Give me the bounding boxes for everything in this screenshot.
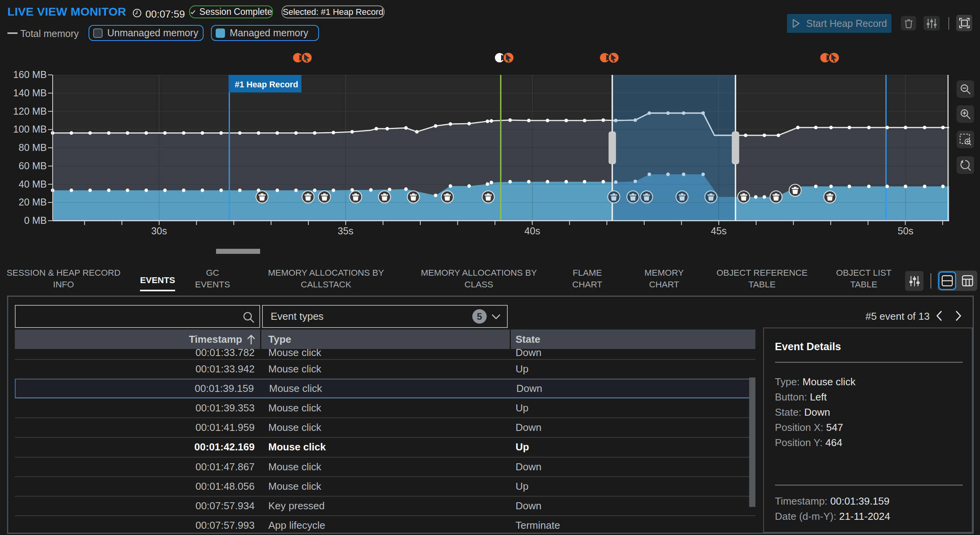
svg-text:60 MB: 60 MB	[19, 160, 47, 171]
svg-text:40 MB: 40 MB	[19, 179, 47, 190]
svg-text:0 MB: 0 MB	[24, 215, 47, 226]
svg-text:20 MB: 20 MB	[19, 197, 47, 207]
svg-text:140 MB: 140 MB	[13, 87, 47, 98]
svg-text:120 MB: 120 MB	[13, 106, 47, 117]
svg-text:40s: 40s	[525, 225, 540, 236]
svg-text:50s: 50s	[898, 225, 913, 236]
svg-text:30s: 30s	[151, 225, 167, 236]
svg-text:80 MB: 80 MB	[19, 142, 47, 153]
svg-text:100 MB: 100 MB	[13, 124, 47, 135]
svg-text:35s: 35s	[338, 225, 353, 236]
svg-text:45s: 45s	[711, 225, 727, 236]
svg-text:160 MB: 160 MB	[13, 69, 47, 80]
svg-text:#1 Heap Record: #1 Heap Record	[235, 80, 298, 89]
